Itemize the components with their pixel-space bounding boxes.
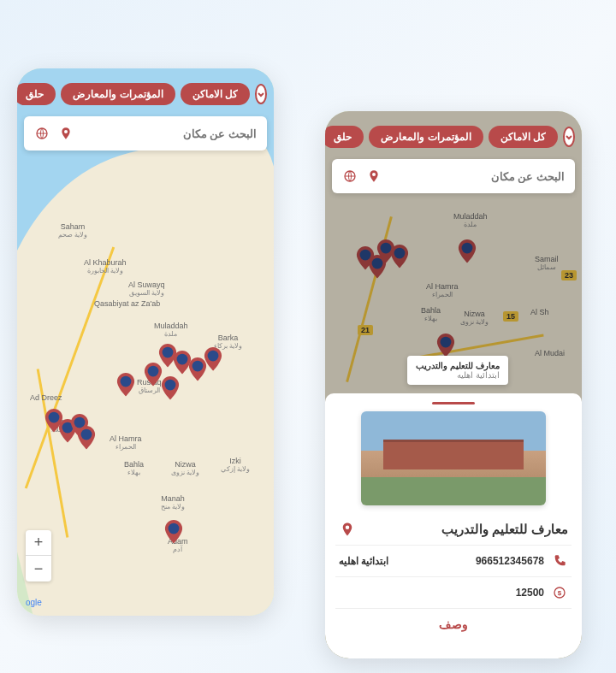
search-bar — [332, 159, 575, 193]
svg-point-3 — [208, 351, 219, 362]
phone-map-screen: Sahamولاية صحم Al Khaburahولاية الخابورة… — [17, 68, 274, 616]
map-marker[interactable] — [77, 426, 96, 450]
chip-partial[interactable]: حلق — [17, 83, 56, 105]
place-detail-sheet[interactable]: معارف للتعليم والتدريب 966512345678 ابتد… — [325, 393, 582, 658]
pin-icon[interactable] — [58, 126, 74, 141]
chip-partial[interactable]: حلق — [325, 126, 364, 148]
category-chips-bar: كل الاماكن المؤتمرات والمعارض حلق — [17, 77, 274, 111]
svg-point-0 — [163, 347, 174, 358]
place-phone[interactable]: 966512345678 — [476, 555, 544, 567]
globe-icon[interactable] — [342, 168, 358, 184]
tooltip-subtitle: ابتدائية اهليه — [416, 370, 500, 380]
phone-icon — [551, 552, 568, 570]
search-input[interactable] — [82, 127, 257, 140]
map-marker[interactable] — [116, 373, 135, 397]
pin-icon[interactable] — [366, 168, 382, 184]
globe-icon[interactable] — [34, 126, 50, 141]
tooltip-title: معارف للتعليم والتدريب — [416, 361, 500, 370]
place-photo — [361, 411, 545, 505]
map-marker[interactable] — [144, 363, 163, 387]
svg-point-6 — [165, 380, 176, 391]
description-tab[interactable]: وصف — [335, 608, 572, 635]
svg-point-11 — [169, 523, 180, 534]
svg-point-2 — [192, 361, 204, 372]
sheet-drag-handle[interactable] — [432, 402, 475, 404]
search-bar — [24, 116, 267, 151]
map-marker[interactable] — [161, 376, 180, 400]
svg-point-10 — [81, 429, 92, 440]
map-attribution: ogle — [26, 598, 42, 607]
place-price: 12500 — [516, 587, 544, 599]
category-chips-bar: كل الاماكن المؤتمرات والمعارض حلق — [325, 120, 582, 154]
chip-all-places[interactable]: كل الاماكن — [181, 83, 250, 105]
price-icon: $ — [551, 584, 568, 601]
chip-conferences[interactable]: المؤتمرات والمعارض — [369, 126, 483, 148]
place-title: معارف للتعليم والتدريب — [356, 522, 568, 537]
chip-toggle-icon[interactable] — [255, 84, 267, 104]
place-category: ابتدائية اهليه — [339, 555, 388, 567]
svg-point-1 — [177, 354, 188, 365]
marker-tooltip[interactable]: معارف للتعليم والتدريب ابتدائية اهليه — [407, 356, 508, 385]
svg-text:$: $ — [558, 589, 562, 597]
search-input[interactable] — [390, 170, 565, 183]
zoom-in-button[interactable]: + — [26, 530, 51, 556]
chip-all-places[interactable]: كل الاماكن — [489, 126, 558, 148]
zoom-control: + − — [26, 530, 51, 581]
chip-toggle-icon[interactable] — [563, 127, 575, 147]
map-canvas[interactable]: Sahamولاية صحم Al Khaburahولاية الخابورة… — [17, 68, 274, 616]
phone-detail-screen: Muladdahملدة Al Hamraالحمراء Bahlaبهلاء … — [325, 111, 582, 658]
svg-point-4 — [148, 366, 159, 377]
zoom-out-button[interactable]: − — [26, 556, 51, 581]
map-marker[interactable] — [204, 347, 222, 371]
chip-conferences[interactable]: المؤتمرات والمعارض — [61, 83, 175, 105]
map-marker[interactable] — [164, 520, 183, 544]
svg-point-5 — [121, 376, 132, 387]
location-icon — [339, 521, 356, 538]
